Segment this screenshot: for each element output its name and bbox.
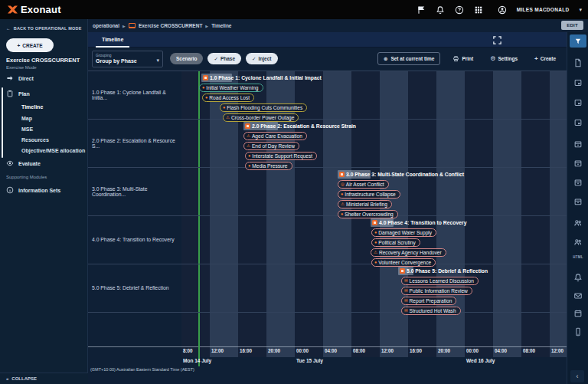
mail-icon: ✉	[404, 279, 408, 284]
back-to-operational-mode-link[interactable]: ← BACK TO OPERATIONAL MODE	[6, 26, 82, 31]
inject-pill[interactable]: ⚠Aged Care Evacuation	[243, 132, 307, 140]
card-icon[interactable]	[573, 118, 583, 127]
print-button[interactable]: Print	[448, 54, 478, 63]
inject-pill[interactable]: ✉Report Preparation	[401, 297, 456, 305]
breadcrumb-operational[interactable]: operational	[93, 23, 119, 28]
axis-tick-label: 00:00	[466, 348, 479, 353]
card-icon[interactable]	[573, 78, 583, 87]
users-icon[interactable]	[573, 218, 583, 228]
inject-pill[interactable]: ●Media Pressure	[245, 162, 292, 170]
feedback-flag-icon[interactable]	[416, 5, 426, 15]
chip-inject[interactable]: ✓Inject	[246, 53, 277, 64]
time-band	[550, 71, 567, 357]
mobile-icon[interactable]	[573, 327, 583, 336]
edit-button[interactable]: EDIT	[561, 21, 583, 30]
breadcrumb-timeline[interactable]: Timeline	[211, 23, 231, 28]
archive-icon[interactable]	[573, 197, 583, 206]
bell-icon[interactable]	[573, 273, 583, 282]
archive-icon[interactable]	[573, 178, 583, 187]
sidebar: ← BACK TO OPERATIONAL MODE + CREATE Exer…	[0, 19, 88, 384]
sidebar-item-information-sets[interactable]: Information Sets	[6, 186, 60, 194]
fullscreen-icon[interactable]	[492, 35, 502, 45]
sidebar-item-evaluate[interactable]: Evaluate	[6, 159, 41, 167]
tab-timeline[interactable]: Timeline	[96, 32, 129, 48]
gear-icon: ⚙	[490, 55, 495, 62]
breadcrumb-exercise[interactable]: Exercise CROSSCURRENT	[139, 23, 202, 28]
exercise-title: Exercise CROSSCURRENT	[6, 57, 80, 64]
phase-bar[interactable]: 4.0 Phase 4: Transition to Recovery	[371, 218, 466, 227]
sidebar-item-map[interactable]: Map	[21, 116, 32, 121]
users-icon[interactable]	[573, 238, 583, 247]
inject-pill[interactable]: ●Damaged Water Supply	[371, 228, 436, 237]
calendar-icon[interactable]	[573, 309, 583, 318]
archive-icon[interactable]	[573, 139, 583, 149]
rail-collapse-button[interactable]: ‹	[570, 370, 584, 382]
inject-pill[interactable]: ◎Air Asset Conflict	[338, 180, 389, 189]
sidebar-item-direct[interactable]: Direct	[6, 74, 34, 82]
supporting-modules-label: Supporting Modules	[6, 175, 47, 179]
inject-label: Structured Hot Wash	[410, 308, 456, 313]
app-logo-text: Exonaut	[21, 4, 61, 15]
inject-label: Report Preparation	[410, 298, 452, 304]
axis-day-label: Mon 14 July	[183, 358, 211, 363]
inject-pill[interactable]: ●Flash Flooding Cuts Communities	[220, 103, 307, 112]
inject-pill[interactable]: ✉Public Information Review	[401, 287, 472, 295]
inject-pill[interactable]: ⚠Cross-border Power Outage	[223, 113, 299, 122]
card-icon[interactable]	[573, 98, 583, 107]
axis-tick-label: 20:00	[438, 348, 450, 353]
inject-pill[interactable]: ●Road Access Lost	[202, 94, 254, 102]
html-icon[interactable]: HTML	[571, 255, 585, 259]
inject-pill[interactable]: ●Shelter Overcrowding	[338, 210, 398, 218]
notifications-bell-icon[interactable]	[436, 5, 445, 15]
phase-bar[interactable]: 5.0 Phase 5: Debrief & Reflection	[398, 267, 488, 275]
sidebar-item-objective-mse-allocation[interactable]: Objective/MSE allocation	[21, 148, 85, 153]
settings-button[interactable]: ⚙ Settings	[485, 54, 522, 63]
chip-phase[interactable]: ✓Phase	[207, 53, 241, 64]
inject-pill[interactable]: ✉Structured Hot Wash	[401, 307, 461, 315]
sidebar-item-mse[interactable]: MSE	[21, 126, 33, 132]
mail-icon[interactable]	[573, 291, 583, 300]
inject-label: Damaged Water Supply	[378, 230, 432, 235]
sidebar-item-plan[interactable]: Plan	[6, 90, 30, 97]
sidebar-item-resources[interactable]: Resources	[21, 137, 49, 143]
phase-bar[interactable]: 2.0 Phase 2: Escalation & Resource Strai…	[243, 122, 356, 130]
person-icon: ●	[374, 231, 377, 235]
inject-pill[interactable]: ●Initial Weather Warning	[199, 84, 263, 92]
axis-tick-label: 16:00	[240, 348, 252, 353]
inject-pill[interactable]: ●Volunteer Convergence	[371, 258, 436, 267]
phase-bar[interactable]: 3.0 Phase 3: Multi-State Coordination & …	[338, 170, 464, 179]
inject-pill[interactable]: ⚠End of Day Review	[243, 142, 299, 150]
chevron-down-icon[interactable]: ▾	[579, 7, 582, 13]
avatar[interactable]	[498, 5, 507, 15]
sidebar-item-timeline[interactable]: Timeline	[21, 104, 43, 110]
apps-grid-icon[interactable]	[474, 5, 483, 15]
target-icon: ⊕	[384, 56, 387, 62]
phase-bar[interactable]: 1.0 Phase 1: Cyclone Landfall & Initial …	[201, 74, 322, 82]
axis-tick-label: 8:00	[183, 348, 193, 353]
axis-line	[88, 346, 567, 347]
archive-icon[interactable]	[573, 159, 583, 168]
inject-pill[interactable]: ●Political Scrutiny	[371, 238, 420, 247]
inject-pill[interactable]: ●Infrastructure Collapse	[338, 190, 400, 199]
inject-pill[interactable]: ✉Lessons Learned Discussion	[401, 277, 479, 285]
document-icon[interactable]	[573, 58, 583, 67]
person-icon: ●	[374, 261, 377, 265]
filter-button[interactable]	[570, 34, 586, 48]
set-at-current-time-button[interactable]: ⊕ Set at current time	[377, 52, 441, 65]
timeline-row-labels: 1.0 Phase 1: Cyclone Landfall & Initia..…	[88, 71, 181, 312]
warning-icon: ⚠	[226, 116, 230, 120]
chip-scenario[interactable]: Scenario	[170, 53, 203, 64]
user-menu[interactable]: MILES MACDONALD	[517, 7, 570, 12]
help-icon[interactable]	[455, 5, 464, 15]
phase-icon	[372, 220, 377, 225]
inject-pill[interactable]: ●Interstate Support Request	[245, 152, 317, 160]
row-separator	[88, 167, 567, 168]
create-inject-button[interactable]: + Create	[530, 54, 560, 63]
grouping-dropdown[interactable]: Grouping Group by Phase ▾	[92, 51, 163, 67]
back-arrow-icon: ←	[6, 26, 11, 31]
inject-pill[interactable]: ⚠Ministerial Briefing	[338, 200, 392, 208]
create-button[interactable]: + CREATE	[6, 38, 54, 52]
sidebar-collapse-button[interactable]: « COLLAPSE	[0, 373, 88, 384]
inject-pill[interactable]: ⚠Recovery Agency Handover	[371, 248, 446, 257]
axis-tick-label: 04:00	[495, 348, 507, 353]
